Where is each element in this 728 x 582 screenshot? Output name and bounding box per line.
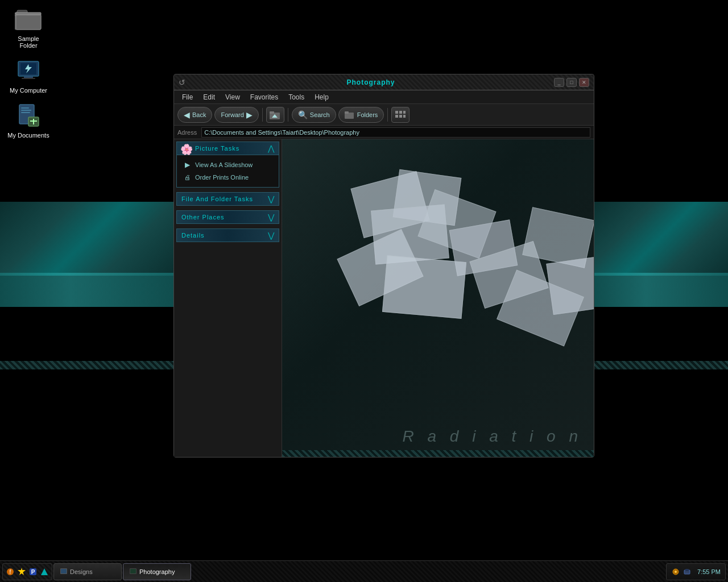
picture-tasks-header[interactable]: 🌸 Picture Tasks ⋀ <box>176 142 279 155</box>
search-button[interactable]: 🔍 Search <box>292 107 336 123</box>
svg-rect-8 <box>24 76 33 78</box>
folder-icon <box>15 6 42 33</box>
back-button[interactable]: ◀ Back <box>177 107 212 123</box>
my-computer-label: My Computer <box>10 87 47 94</box>
scattered-papers <box>328 168 594 384</box>
address-bar: Adress <box>174 126 594 139</box>
details-collapse-icon: ⋁ <box>268 231 274 240</box>
tray-icon-2[interactable] <box>682 567 692 576</box>
sidebar: 🌸 Picture Tasks ⋀ ▶ View As A Slideshow … <box>174 139 282 457</box>
system-tray: 7:55 PM <box>666 563 726 580</box>
svg-rect-35 <box>61 569 67 573</box>
slideshow-label: View As A Slideshow <box>195 161 253 168</box>
minimize-button[interactable]: _ <box>554 78 564 87</box>
picture-tasks-content: ▶ View As A Slideshow 🖨 Order Prints Onl… <box>176 155 279 188</box>
quicklaunch-icon-4[interactable] <box>39 567 49 577</box>
folders-button[interactable]: Folders <box>338 107 384 123</box>
taskbar-task-photography[interactable]: Photography <box>123 563 191 580</box>
bg-decoration-3 <box>592 202 728 276</box>
svg-text:P: P <box>31 569 35 575</box>
file-folder-tasks-header[interactable]: File And Folder Tasks ⋁ <box>176 192 279 206</box>
search-icon: 🔍 <box>298 110 308 119</box>
sidebar-panel-file-folder-tasks: File And Folder Tasks ⋁ <box>176 192 279 206</box>
stripe-overlay <box>282 450 594 457</box>
photography-task-icon <box>129 568 137 576</box>
address-label: Adress <box>177 129 197 136</box>
svg-text:f: f <box>10 569 11 575</box>
picture-tasks-collapse-icon: ⋀ <box>268 144 274 153</box>
designs-task-icon <box>60 568 68 576</box>
desktop-icon-my-computer[interactable]: My Computer <box>6 57 51 94</box>
close-button[interactable]: ✕ <box>579 78 589 87</box>
sample-folder-label: Sample Folder <box>18 35 39 49</box>
content-area: 🌸 Picture Tasks ⋀ ▶ View As A Slideshow … <box>174 139 594 457</box>
quicklaunch-icon-1[interactable]: f <box>5 567 15 577</box>
svg-rect-27 <box>403 115 406 118</box>
svg-rect-2 <box>16 15 41 30</box>
toolbar-separator-1 <box>262 108 263 122</box>
menu-file[interactable]: File <box>177 92 197 102</box>
svg-marker-30 <box>18 568 26 575</box>
desktop-icon-my-documents[interactable]: My Documents <box>6 102 51 139</box>
other-places-header[interactable]: Other Places ⋁ <box>176 210 279 224</box>
menu-favorites[interactable]: Favorites <box>246 92 283 102</box>
svg-rect-41 <box>685 569 689 571</box>
sidebar-panel-details: Details ⋁ <box>176 228 279 242</box>
view-toggle-button[interactable] <box>391 107 410 123</box>
order-prints-label: Order Prints Online <box>195 174 249 181</box>
svg-rect-23 <box>399 111 402 114</box>
address-input[interactable] <box>201 127 590 138</box>
menu-help[interactable]: Help <box>310 92 333 102</box>
svg-rect-21 <box>345 111 349 114</box>
picture-tasks-title: Picture Tasks <box>195 145 268 152</box>
menu-tools[interactable]: Tools <box>284 92 309 102</box>
bg-decoration-5 <box>0 361 176 369</box>
window-title: Photography <box>188 78 554 86</box>
quicklaunch-icon-2[interactable] <box>16 567 27 577</box>
svg-point-39 <box>675 571 677 573</box>
title-bar: ↺ Photography _ □ ✕ <box>174 74 594 90</box>
order-prints-action[interactable]: 🖨 Order Prints Online <box>179 171 276 184</box>
computer-icon <box>15 57 42 85</box>
menu-view[interactable]: View <box>221 92 245 102</box>
title-bar-back-icon: ↺ <box>179 78 185 87</box>
svg-rect-22 <box>395 111 398 114</box>
details-header[interactable]: Details ⋁ <box>176 228 279 242</box>
maximize-button[interactable]: □ <box>566 78 577 87</box>
bg-decoration-2 <box>0 273 176 307</box>
details-title: Details <box>181 232 268 239</box>
svg-rect-24 <box>403 111 406 114</box>
sidebar-panel-other-places: Other Places ⋁ <box>176 210 279 224</box>
printer-icon: 🖨 <box>183 173 192 182</box>
my-documents-label: My Documents <box>7 132 49 139</box>
slideshow-action[interactable]: ▶ View As A Slideshow <box>179 159 276 171</box>
photography-task-label: Photography <box>139 568 175 575</box>
svg-rect-13 <box>21 112 30 113</box>
documents-icon <box>15 102 42 130</box>
desktop-icon-sample-folder[interactable]: Sample Folder <box>6 6 51 49</box>
svg-rect-25 <box>395 115 398 118</box>
designs-task-label: Designs <box>70 568 93 575</box>
menu-bar: File Edit View Favorites Tools Help <box>174 90 594 104</box>
forward-label: Forward <box>221 111 243 118</box>
play-icon: ▶ <box>183 160 192 169</box>
toolbar: ◀ Back Forward ▶ 🔍 Search <box>174 104 594 126</box>
taskbar-task-designs[interactable]: Designs <box>53 563 122 580</box>
explorer-window: ↺ Photography _ □ ✕ File Edit View Favor… <box>173 74 594 458</box>
tray-icon-1[interactable] <box>671 567 680 576</box>
main-content: R a d i a t i o n <box>282 139 594 457</box>
file-folder-tasks-title: File And Folder Tasks <box>181 196 268 202</box>
search-label: Search <box>310 111 330 118</box>
menu-edit[interactable]: Edit <box>198 92 220 102</box>
svg-rect-11 <box>21 107 29 109</box>
svg-rect-16 <box>30 120 37 122</box>
svg-rect-18 <box>270 111 274 114</box>
bg-decoration-4 <box>592 273 728 307</box>
forward-button[interactable]: Forward ▶ <box>214 107 258 123</box>
up-folder-button[interactable] <box>266 107 284 123</box>
quicklaunch-icon-3[interactable]: P <box>28 567 38 577</box>
back-label: Back <box>192 111 206 118</box>
desktop: Sample Folder My Computer <box>0 0 728 582</box>
other-places-title: Other Places <box>181 214 268 221</box>
desktop-icons: Sample Folder My Computer <box>6 6 51 139</box>
